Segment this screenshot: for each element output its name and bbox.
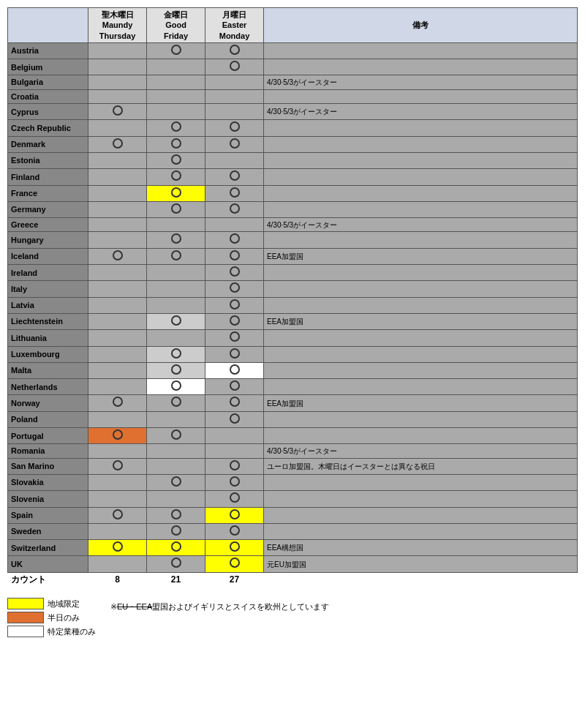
goodfriday-cell	[147, 411, 205, 427]
goodfriday-cell	[147, 169, 205, 185]
goodfriday-cell	[147, 395, 205, 411]
notes-cell: EEA加盟国	[264, 395, 578, 411]
table-row: Latvia	[8, 297, 578, 313]
goodfriday-cell	[147, 428, 205, 444]
maundy-cell	[88, 169, 147, 185]
goodfriday-cell	[147, 346, 205, 362]
table-row: Luxembourg	[8, 346, 578, 362]
legend-left: 地域限定半日のみ特定業種のみ	[7, 598, 96, 637]
notes-cell	[264, 379, 578, 395]
notes-cell: 元EU加盟国	[264, 556, 578, 572]
country-name-cell: Denmark	[8, 136, 88, 152]
maundy-cell	[88, 313, 147, 329]
goodfriday-cell	[147, 75, 205, 89]
maundy-cell	[88, 75, 147, 89]
country-name-cell: Luxembourg	[8, 346, 88, 362]
eastermonday-cell	[205, 281, 264, 297]
holiday-table: 聖木曜日 Maundy Thursday 金曜日 Good Friday 月曜日…	[7, 7, 578, 587]
notes-cell: EEA加盟国	[264, 248, 578, 264]
eastermonday-cell	[205, 362, 264, 378]
goodfriday-cell	[147, 152, 205, 168]
table-row: Slovakia	[8, 474, 578, 490]
table-row: Netherlands	[8, 379, 578, 395]
maundy-cell	[88, 248, 147, 264]
eastermonday-cell	[205, 428, 264, 444]
country-name-cell: France	[8, 185, 88, 201]
table-row: Spain	[8, 507, 578, 523]
maundy-cell	[88, 556, 147, 572]
country-name-cell: Estonia	[8, 152, 88, 168]
goodfriday-cell	[147, 248, 205, 264]
eastermonday-cell	[205, 458, 264, 474]
country-name-cell: Germany	[8, 201, 88, 217]
eastermonday-cell	[205, 248, 264, 264]
goodfriday-cell	[147, 42, 205, 59]
maundy-cell	[88, 540, 147, 556]
country-name-cell: Belgium	[8, 59, 88, 75]
count-notes	[264, 572, 578, 587]
notes-cell: 4/30·5/3がイースター	[264, 104, 578, 120]
country-name-cell: Bulgaria	[8, 75, 88, 89]
maundy-cell	[88, 491, 147, 507]
table-row: San Marinoユーロ加盟国。木曜日はイースターとは異なる祝日	[8, 458, 578, 474]
maundy-cell	[88, 411, 147, 427]
legend-note: ※EU・EEA盟国およびイギリスとスイスを欧州としています	[110, 602, 329, 611]
notes-cell	[264, 362, 578, 378]
country-name-cell: Poland	[8, 411, 88, 427]
maundy-cell	[88, 265, 147, 281]
table-row: UK元EU加盟国	[8, 556, 578, 572]
eastermonday-cell	[205, 411, 264, 427]
notes-cell	[264, 152, 578, 168]
goodfriday-cell	[147, 507, 205, 523]
goodfriday-cell	[147, 104, 205, 120]
goodfriday-cell	[147, 540, 205, 556]
table-row: Finland	[8, 169, 578, 185]
table-row: Poland	[8, 411, 578, 427]
header-country	[8, 8, 88, 43]
table-row: Ireland	[8, 265, 578, 281]
eastermonday-cell	[205, 75, 264, 89]
count-label: カウント	[8, 572, 88, 587]
goodfriday-cell	[147, 136, 205, 152]
eastermonday-cell	[205, 104, 264, 120]
table-row: France	[8, 185, 578, 201]
country-name-cell: Norway	[8, 395, 88, 411]
eastermonday-cell	[205, 201, 264, 217]
table-row: Greece4/30·5/3がイースター	[8, 218, 578, 232]
maundy-cell	[88, 89, 147, 103]
table-row: Czech Republic	[8, 120, 578, 136]
country-name-cell: Portugal	[8, 428, 88, 444]
maundy-cell	[88, 201, 147, 217]
goodfriday-cell	[147, 491, 205, 507]
country-name-cell: Croatia	[8, 89, 88, 103]
notes-cell	[264, 346, 578, 362]
eastermonday-cell	[205, 218, 264, 232]
goodfriday-cell	[147, 297, 205, 313]
eastermonday-cell	[205, 136, 264, 152]
goodfriday-cell	[147, 458, 205, 474]
count-row: カウント 8 21 27	[8, 572, 578, 587]
country-name-cell: Czech Republic	[8, 120, 88, 136]
goodfriday-cell	[147, 120, 205, 136]
table-row: Italy	[8, 281, 578, 297]
eastermonday-cell	[205, 556, 264, 572]
eastermonday-cell	[205, 42, 264, 59]
eastermonday-cell	[205, 232, 264, 248]
notes-cell: EEA構想国	[264, 540, 578, 556]
table-row: Croatia	[8, 89, 578, 103]
maundy-cell	[88, 346, 147, 362]
maundy-cell	[88, 379, 147, 395]
legend-section: 地域限定半日のみ特定業種のみ ※EU・EEA盟国およびイギリスとスイスを欧州とし…	[7, 598, 578, 637]
notes-cell	[264, 136, 578, 152]
table-row: Lithuania	[8, 330, 578, 346]
table-row: Belgium	[8, 59, 578, 75]
legend-item: 半日のみ	[7, 612, 96, 623]
notes-cell	[264, 232, 578, 248]
notes-cell: EEA加盟国	[264, 313, 578, 329]
notes-cell	[264, 42, 578, 59]
eastermonday-cell	[205, 330, 264, 346]
header-good-friday: 金曜日 Good Friday	[147, 8, 205, 43]
goodfriday-cell	[147, 232, 205, 248]
table-row: Sweden	[8, 523, 578, 539]
legend-item: 地域限定	[7, 598, 96, 609]
